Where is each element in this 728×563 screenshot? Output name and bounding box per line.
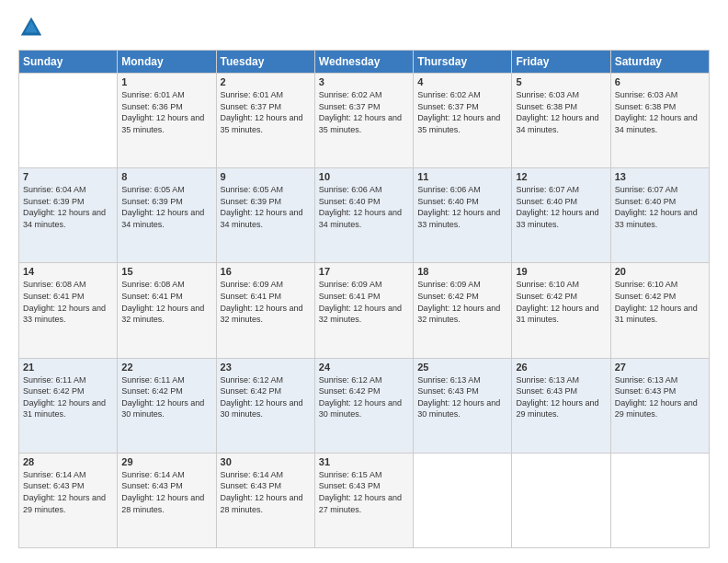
day-info: Sunrise: 6:11 AMSunset: 6:42 PMDaylight:… — [121, 375, 204, 419]
calendar-cell: 28Sunrise: 6:14 AMSunset: 6:43 PMDayligh… — [19, 453, 118, 547]
day-header: Thursday — [414, 51, 512, 74]
calendar-week-row: 28Sunrise: 6:14 AMSunset: 6:43 PMDayligh… — [19, 453, 710, 547]
day-info: Sunrise: 6:15 AMSunset: 6:43 PMDaylight:… — [319, 470, 402, 514]
day-info: Sunrise: 6:06 AMSunset: 6:40 PMDaylight:… — [319, 185, 402, 229]
calendar-cell: 15Sunrise: 6:08 AMSunset: 6:41 PMDayligh… — [118, 263, 216, 358]
calendar-cell: 31Sunrise: 6:15 AMSunset: 6:43 PMDayligh… — [314, 453, 413, 547]
day-info: Sunrise: 6:14 AMSunset: 6:43 PMDaylight:… — [221, 470, 303, 514]
day-header: Monday — [118, 51, 216, 74]
day-info: Sunrise: 6:10 AMSunset: 6:42 PMDaylight:… — [615, 280, 698, 324]
calendar-cell: 6Sunrise: 6:03 AMSunset: 6:38 PMDaylight… — [610, 74, 709, 168]
day-number: 2 — [221, 76, 311, 87]
calendar-cell: 2Sunrise: 6:01 AMSunset: 6:37 PMDaylight… — [216, 74, 314, 168]
day-info: Sunrise: 6:13 AMSunset: 6:43 PMDaylight:… — [516, 375, 598, 419]
day-number: 16 — [221, 266, 311, 277]
day-info: Sunrise: 6:03 AMSunset: 6:38 PMDaylight:… — [615, 90, 698, 134]
day-number: 21 — [23, 362, 113, 373]
calendar-week-row: 7Sunrise: 6:04 AMSunset: 6:39 PMDaylight… — [19, 168, 710, 263]
day-info: Sunrise: 6:07 AMSunset: 6:40 PMDaylight:… — [615, 185, 698, 229]
day-number: 24 — [319, 362, 409, 373]
day-number: 31 — [319, 456, 409, 467]
calendar-cell: 3Sunrise: 6:02 AMSunset: 6:37 PMDaylight… — [314, 74, 413, 168]
calendar-cell: 30Sunrise: 6:14 AMSunset: 6:43 PMDayligh… — [216, 453, 314, 547]
calendar-cell — [610, 453, 709, 547]
calendar-cell: 11Sunrise: 6:06 AMSunset: 6:40 PMDayligh… — [414, 168, 512, 263]
day-header: Friday — [512, 51, 610, 74]
day-info: Sunrise: 6:05 AMSunset: 6:39 PMDaylight:… — [121, 185, 204, 229]
day-number: 8 — [121, 171, 211, 182]
day-info: Sunrise: 6:07 AMSunset: 6:40 PMDaylight:… — [516, 185, 598, 229]
calendar-cell: 24Sunrise: 6:12 AMSunset: 6:42 PMDayligh… — [314, 358, 413, 453]
calendar-cell — [414, 453, 512, 547]
day-number: 13 — [615, 171, 705, 182]
calendar-cell: 27Sunrise: 6:13 AMSunset: 6:43 PMDayligh… — [610, 358, 709, 453]
day-info: Sunrise: 6:02 AMSunset: 6:37 PMDaylight:… — [417, 90, 500, 134]
day-info: Sunrise: 6:04 AMSunset: 6:39 PMDaylight:… — [23, 185, 106, 229]
logo — [18, 15, 48, 40]
day-number: 26 — [516, 362, 606, 373]
day-number: 19 — [516, 266, 606, 277]
day-info: Sunrise: 6:13 AMSunset: 6:43 PMDaylight:… — [417, 375, 500, 419]
calendar-week-row: 14Sunrise: 6:08 AMSunset: 6:41 PMDayligh… — [19, 263, 710, 358]
day-number: 18 — [417, 266, 507, 277]
day-info: Sunrise: 6:11 AMSunset: 6:42 PMDaylight:… — [23, 375, 106, 419]
calendar-cell: 9Sunrise: 6:05 AMSunset: 6:39 PMDaylight… — [216, 168, 314, 263]
day-info: Sunrise: 6:03 AMSunset: 6:38 PMDaylight:… — [516, 90, 598, 134]
calendar-cell: 14Sunrise: 6:08 AMSunset: 6:41 PMDayligh… — [19, 263, 118, 358]
day-number: 1 — [121, 76, 211, 87]
day-number: 11 — [417, 171, 507, 182]
day-number: 3 — [319, 76, 409, 87]
calendar-cell: 25Sunrise: 6:13 AMSunset: 6:43 PMDayligh… — [414, 358, 512, 453]
day-number: 20 — [615, 266, 705, 277]
day-number: 14 — [23, 266, 113, 277]
calendar-page: SundayMondayTuesdayWednesdayThursdayFrid… — [0, 0, 728, 563]
day-number: 6 — [615, 76, 705, 87]
calendar-cell: 20Sunrise: 6:10 AMSunset: 6:42 PMDayligh… — [610, 263, 709, 358]
day-info: Sunrise: 6:02 AMSunset: 6:37 PMDaylight:… — [319, 90, 402, 134]
day-info: Sunrise: 6:06 AMSunset: 6:40 PMDaylight:… — [417, 185, 500, 229]
calendar-table: SundayMondayTuesdayWednesdayThursdayFrid… — [18, 50, 710, 548]
calendar-cell: 22Sunrise: 6:11 AMSunset: 6:42 PMDayligh… — [118, 358, 216, 453]
day-info: Sunrise: 6:12 AMSunset: 6:42 PMDaylight:… — [221, 375, 303, 419]
day-info: Sunrise: 6:10 AMSunset: 6:42 PMDaylight:… — [516, 280, 598, 324]
day-header: Tuesday — [216, 51, 314, 74]
day-info: Sunrise: 6:01 AMSunset: 6:36 PMDaylight:… — [121, 90, 204, 134]
day-number: 22 — [121, 362, 211, 373]
calendar-cell: 1Sunrise: 6:01 AMSunset: 6:36 PMDaylight… — [118, 74, 216, 168]
calendar-cell: 26Sunrise: 6:13 AMSunset: 6:43 PMDayligh… — [512, 358, 610, 453]
day-info: Sunrise: 6:09 AMSunset: 6:41 PMDaylight:… — [319, 280, 402, 324]
calendar-cell: 8Sunrise: 6:05 AMSunset: 6:39 PMDaylight… — [118, 168, 216, 263]
calendar-cell: 7Sunrise: 6:04 AMSunset: 6:39 PMDaylight… — [19, 168, 118, 263]
calendar-week-row: 21Sunrise: 6:11 AMSunset: 6:42 PMDayligh… — [19, 358, 710, 453]
day-info: Sunrise: 6:08 AMSunset: 6:41 PMDaylight:… — [23, 280, 106, 324]
day-number: 7 — [23, 171, 113, 182]
header-row: SundayMondayTuesdayWednesdayThursdayFrid… — [19, 51, 710, 74]
day-info: Sunrise: 6:05 AMSunset: 6:39 PMDaylight:… — [221, 185, 303, 229]
day-number: 17 — [319, 266, 409, 277]
day-header: Wednesday — [314, 51, 413, 74]
day-number: 28 — [23, 456, 113, 467]
calendar-cell: 17Sunrise: 6:09 AMSunset: 6:41 PMDayligh… — [314, 263, 413, 358]
day-number: 29 — [121, 456, 211, 467]
calendar-cell: 16Sunrise: 6:09 AMSunset: 6:41 PMDayligh… — [216, 263, 314, 358]
day-info: Sunrise: 6:09 AMSunset: 6:42 PMDaylight:… — [417, 280, 500, 324]
day-number: 23 — [221, 362, 311, 373]
day-number: 15 — [121, 266, 211, 277]
calendar-cell: 10Sunrise: 6:06 AMSunset: 6:40 PMDayligh… — [314, 168, 413, 263]
calendar-cell: 13Sunrise: 6:07 AMSunset: 6:40 PMDayligh… — [610, 168, 709, 263]
day-header: Sunday — [19, 51, 118, 74]
day-info: Sunrise: 6:13 AMSunset: 6:43 PMDaylight:… — [615, 375, 698, 419]
day-info: Sunrise: 6:09 AMSunset: 6:41 PMDaylight:… — [221, 280, 303, 324]
logo-icon — [18, 15, 44, 40]
calendar-cell: 21Sunrise: 6:11 AMSunset: 6:42 PMDayligh… — [19, 358, 118, 453]
header — [18, 15, 710, 40]
day-number: 4 — [417, 76, 507, 87]
calendar-cell: 19Sunrise: 6:10 AMSunset: 6:42 PMDayligh… — [512, 263, 610, 358]
day-number: 30 — [221, 456, 311, 467]
calendar-cell: 23Sunrise: 6:12 AMSunset: 6:42 PMDayligh… — [216, 358, 314, 453]
day-number: 12 — [516, 171, 606, 182]
day-number: 9 — [221, 171, 311, 182]
day-info: Sunrise: 6:12 AMSunset: 6:42 PMDaylight:… — [319, 375, 402, 419]
calendar-cell — [19, 74, 118, 168]
day-number: 5 — [516, 76, 606, 87]
